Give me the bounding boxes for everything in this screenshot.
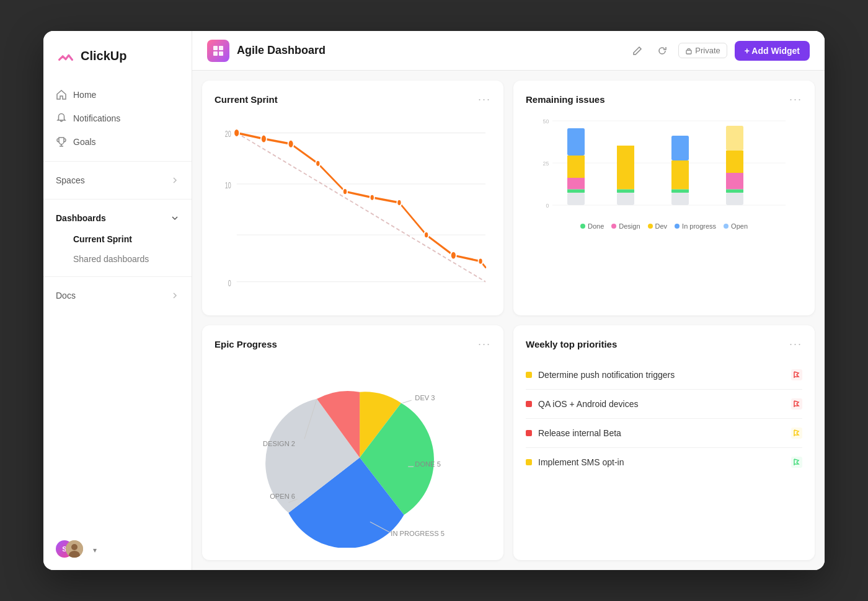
home-label: Home <box>73 90 96 100</box>
refresh-button[interactable] <box>653 42 671 59</box>
home-icon <box>56 89 67 100</box>
pie-label-design: DESIGN 2 <box>263 440 295 447</box>
nav-divider-3 <box>43 276 192 277</box>
priority-item-4: Implement SMS opt-in <box>526 448 802 476</box>
current-sprint-menu[interactable]: ··· <box>478 93 491 106</box>
pie-svg: DEV 3 DONE 5 IN PROGRESS 5 OPEN 6 DESIGN… <box>215 361 491 548</box>
svg-rect-35 <box>567 178 585 189</box>
svg-point-19 <box>288 139 294 148</box>
goals-label: Goals <box>73 137 96 147</box>
flag-icon-3 <box>793 429 800 437</box>
epic-progress-menu[interactable]: ··· <box>478 338 491 351</box>
svg-point-21 <box>343 188 347 195</box>
priority-text-2: QA iOS + Android devices <box>538 399 638 409</box>
svg-rect-41 <box>671 193 689 205</box>
svg-text:25: 25 <box>543 160 549 167</box>
svg-text:10: 10 <box>225 181 231 190</box>
sidebar-section-dashboards[interactable]: Dashboards <box>43 207 192 229</box>
legend-dot-open <box>724 224 728 229</box>
priorities-menu[interactable]: ··· <box>789 338 802 351</box>
priorities-title: Weekly top priorities <box>526 339 617 349</box>
svg-rect-5 <box>213 51 218 56</box>
pie-label-done: DONE 5 <box>415 460 440 468</box>
flag-icon-4 <box>793 458 800 466</box>
svg-text:0: 0 <box>546 203 549 209</box>
pie-label-dev: DEV 3 <box>415 394 435 401</box>
legend-label-dev: Dev <box>655 222 668 230</box>
svg-rect-7 <box>686 50 691 54</box>
chevron-down-icon <box>170 214 179 222</box>
svg-rect-47 <box>726 173 743 189</box>
remaining-issues-menu[interactable]: ··· <box>789 93 802 106</box>
svg-line-15 <box>237 133 485 281</box>
spaces-label: Spaces <box>56 175 85 185</box>
priority-dot-3 <box>526 430 532 436</box>
sidebar-item-shared-dashboards[interactable]: Shared dashboards <box>43 249 192 269</box>
add-widget-button[interactable]: + Add Widget <box>735 41 810 61</box>
bar-chart-container: 50 25 0 <box>526 116 802 303</box>
pie-label-inprogress: IN PROGRESS 5 <box>391 530 445 537</box>
flag-icon-2 <box>793 400 800 408</box>
svg-point-26 <box>478 258 482 265</box>
main-content: Agile Dashboard <box>192 31 825 570</box>
widget-current-sprint: Current Sprint ··· 20 10 0 <box>202 81 503 315</box>
legend-dot-inprogress <box>675 224 680 229</box>
widget-header-epic-progress: Epic Progress ··· <box>215 338 491 351</box>
sidebar-bottom: S ▾ <box>43 530 192 570</box>
pie-container: DEV 3 DONE 5 IN PROGRESS 5 OPEN 6 DESIGN… <box>215 361 491 548</box>
lock-icon <box>685 47 693 55</box>
priority-item-1: Determine push notification triggers <box>526 361 802 390</box>
sidebar-section-docs[interactable]: Docs <box>43 284 192 307</box>
avatar-stack: S <box>56 540 86 560</box>
sidebar-section-spaces[interactable]: Spaces <box>43 169 192 191</box>
sidebar-item-current-sprint[interactable]: Current Sprint <box>43 229 192 249</box>
priority-flag-3 <box>791 428 802 439</box>
user-avatar-img <box>66 540 83 558</box>
chart-legend: Done Design Dev In progress <box>526 222 802 230</box>
legend-design: Design <box>611 222 640 230</box>
sidebar-item-notifications[interactable]: Notifications <box>43 107 192 130</box>
sidebar-item-goals[interactable]: Goals <box>43 130 192 154</box>
priority-left-3: Release internal Beta <box>526 428 621 438</box>
flag-icon-1 <box>793 371 800 379</box>
nav-divider-2 <box>43 199 192 200</box>
grid-icon <box>212 45 224 57</box>
chevron-right-icon <box>170 176 179 185</box>
header-actions: Private + Add Widget <box>629 41 810 61</box>
svg-rect-46 <box>726 189 743 193</box>
dashboard-grid: Current Sprint ··· 20 10 0 <box>192 71 825 570</box>
legend-dev: Dev <box>648 222 668 230</box>
burndown-svg: 20 10 0 <box>215 116 491 303</box>
nav-divider-1 <box>43 161 192 162</box>
bar-chart-svg: 50 25 0 <box>526 116 802 215</box>
sidebar-item-home[interactable]: Home <box>43 83 192 107</box>
svg-rect-33 <box>567 193 585 205</box>
priority-item-2: QA iOS + Android devices <box>526 390 802 419</box>
svg-point-22 <box>370 194 374 201</box>
svg-rect-44 <box>671 136 689 160</box>
svg-text:0: 0 <box>228 279 231 287</box>
priority-flag-2 <box>791 398 802 410</box>
priority-dot-1 <box>526 372 532 378</box>
svg-text:50: 50 <box>543 118 549 125</box>
chevron-right-icon-docs <box>170 291 179 300</box>
svg-rect-34 <box>567 189 585 193</box>
priority-list: Determine push notification triggers QA <box>526 361 802 548</box>
legend-dot-done <box>580 224 585 229</box>
docs-label: Docs <box>56 291 76 300</box>
svg-rect-6 <box>219 51 223 56</box>
header: Agile Dashboard <box>192 31 825 71</box>
user-menu-chevron[interactable]: ▾ <box>93 546 97 555</box>
legend-open: Open <box>724 222 748 230</box>
svg-rect-3 <box>213 46 218 50</box>
header-left: Agile Dashboard <box>207 40 326 62</box>
svg-point-17 <box>234 129 239 138</box>
widget-epic-progress: Epic Progress ··· <box>202 325 503 560</box>
avatar-user <box>66 540 83 558</box>
legend-label-done: Done <box>588 222 604 230</box>
priority-text-3: Release internal Beta <box>538 428 621 438</box>
dashboards-label: Dashboards <box>56 213 106 223</box>
svg-rect-45 <box>726 193 743 205</box>
sidebar: ClickUp Home Notifications <box>43 31 192 570</box>
edit-button[interactable] <box>629 42 646 59</box>
